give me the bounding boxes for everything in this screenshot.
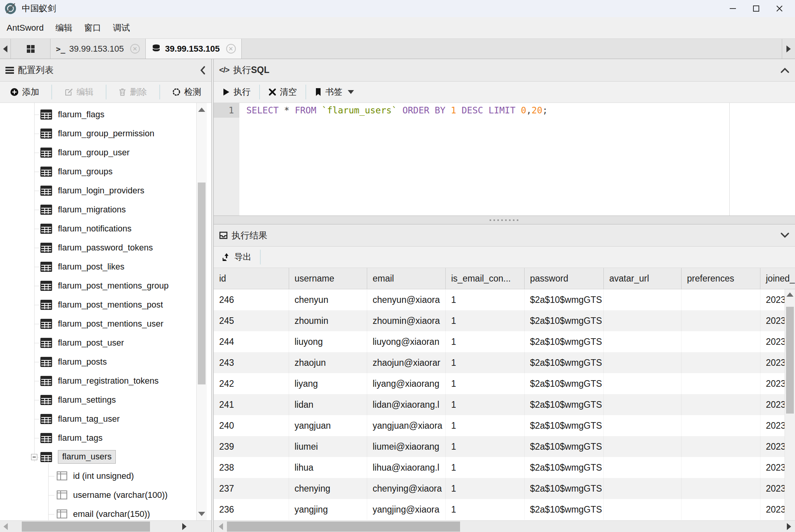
scroll-down-arrow-icon[interactable] — [197, 508, 207, 520]
tree-item-table-selected[interactable]: flarum_users — [0, 447, 196, 466]
tree-horizontal-scrollbar[interactable] — [0, 520, 211, 532]
table-icon — [40, 167, 52, 177]
tree-item-column[interactable]: email (varchar(150)) — [0, 504, 196, 520]
result-column-header[interactable]: username — [289, 268, 367, 289]
tree-item-table[interactable]: flarum_tags — [0, 428, 196, 447]
run-button[interactable]: 执行 — [214, 82, 259, 103]
menu-window[interactable]: 窗口 — [78, 17, 107, 38]
sql-token: BY — [435, 105, 446, 115]
trash-icon — [119, 88, 126, 96]
tab-database[interactable]: 39.99.153.105 ✕ — [146, 39, 242, 59]
table-row[interactable]: 243zhaojunzhaojun@xiaorar1$2a$10$wmgGTS2… — [214, 352, 795, 373]
result-column-header[interactable]: id — [214, 268, 289, 289]
sql-editor[interactable]: 1 SELECT * FROM `flarum_users` ORDER BY … — [214, 103, 795, 216]
table-icon — [40, 243, 52, 253]
delete-button[interactable]: 删除 — [110, 82, 155, 103]
tree-item-table[interactable]: flarum_post_user — [0, 333, 196, 352]
result-column-header[interactable]: email — [367, 268, 446, 289]
menubar: AntSword 编辑 窗口 调试 — [0, 17, 795, 39]
collapse-left-icon[interactable] — [200, 66, 206, 75]
panel-splitter-horizontal[interactable] — [214, 216, 795, 224]
editor-code-area[interactable]: SELECT * FROM `flarum_users` ORDER BY 1 … — [239, 103, 795, 216]
tree-item-table[interactable]: flarum_password_tokens — [0, 238, 196, 257]
tree-item-table[interactable]: flarum_post_mentions_user — [0, 314, 196, 333]
tree-item-column[interactable]: username (varchar(100)) — [0, 485, 196, 504]
config-toolbar: 添加 编辑 删除 检测 — [0, 82, 211, 103]
table-row[interactable]: 237chenyingchenying@xiaora1$2a$10$wmgGTS… — [214, 478, 795, 499]
menu-edit[interactable]: 编辑 — [49, 17, 78, 38]
play-icon — [222, 88, 230, 96]
tree-item-table[interactable]: flarum_migrations — [0, 200, 196, 219]
tab-terminal-label: 39.99.153.105 — [69, 44, 124, 54]
tree-item-table[interactable]: flarum_groups — [0, 162, 196, 181]
collapse-down-icon[interactable] — [780, 232, 790, 238]
check-button[interactable]: 检测 — [164, 82, 210, 103]
tree-item-column[interactable]: id (int unsigned) — [0, 466, 196, 485]
result-column-header[interactable]: preferences — [682, 268, 760, 289]
table-row[interactable]: 245zhouminzhoumin@xiaora1$2a$10$wmgGTS20… — [214, 310, 795, 331]
tree-item-table[interactable]: flarum_settings — [0, 390, 196, 409]
tree-item-label: flarum_posts — [58, 357, 107, 367]
table-row[interactable]: 236yangjingyangjing@xiaora1$2a$10$wmgGTS… — [214, 499, 795, 520]
dashboard-tab-button[interactable] — [11, 39, 51, 59]
scroll-right-arrow-icon[interactable] — [179, 521, 190, 532]
tree-item-table[interactable]: flarum_group_permission — [0, 124, 196, 143]
tabs-scroll-right-button[interactable] — [782, 39, 795, 59]
collapse-up-icon[interactable] — [780, 67, 790, 73]
minimize-button[interactable] — [721, 0, 744, 17]
collapse-minus-icon[interactable] — [31, 454, 37, 460]
result-column-header[interactable]: password — [525, 268, 604, 289]
scroll-left-arrow-icon[interactable] — [215, 521, 226, 532]
table-row[interactable]: 239liumeiliumei@xiaorang1$2a$10$wmgGTS20… — [214, 436, 795, 457]
result-vertical-scrollbar[interactable] — [785, 289, 795, 520]
export-button[interactable]: 导出 — [214, 247, 260, 268]
maximize-button[interactable] — [744, 0, 768, 17]
scroll-left-arrow-icon[interactable] — [0, 521, 11, 532]
tree-item-table[interactable]: flarum_registration_tokens — [0, 371, 196, 390]
tree-item-table[interactable]: flarum_notifications — [0, 219, 196, 238]
database-tree: flarum_flags flarum_group_permission fla… — [0, 103, 211, 520]
menu-debug[interactable]: 调试 — [107, 17, 136, 38]
edit-button[interactable]: 编辑 — [56, 82, 102, 103]
tree-vertical-scrollbar[interactable] — [196, 103, 207, 520]
menu-antsword[interactable]: AntSword — [1, 17, 49, 38]
tree-item-table[interactable]: flarum_login_providers — [0, 181, 196, 200]
tree-item-table[interactable]: flarum_posts — [0, 352, 196, 371]
scroll-up-arrow-icon[interactable] — [785, 292, 795, 297]
table-row[interactable]: 242liyangliyang@xiaorang1$2a$10$wmgGTS20… — [214, 373, 795, 394]
sql-token — [456, 105, 462, 115]
close-button[interactable] — [768, 0, 791, 17]
tab-database-close-icon[interactable]: ✕ — [226, 44, 236, 54]
result-scrollbar-thumb[interactable] — [786, 307, 794, 414]
result-column-header[interactable]: avatar_url — [604, 268, 682, 289]
tree-item-label: flarum_groups — [58, 167, 113, 177]
tree-scrollbar-thumb[interactable] — [198, 183, 206, 384]
tab-terminal[interactable]: >_ 39.99.153.105 ✕ — [51, 39, 146, 59]
result-horizontal-scrollbar[interactable] — [214, 520, 795, 532]
result-column-header[interactable]: joined_ — [760, 268, 795, 289]
clear-button[interactable]: 清空 — [260, 82, 305, 103]
result-column-header[interactable]: is_email_con... — [446, 268, 525, 289]
table-row[interactable]: 238lihualihua@xiaorang.l1$2a$10$wmgGTS20… — [214, 457, 795, 478]
tree-item-table[interactable]: flarum_post_mentions_group — [0, 276, 196, 295]
tree-item-table[interactable]: flarum_post_mentions_post — [0, 295, 196, 314]
bookmark-button[interactable]: 书签 — [306, 82, 363, 103]
scroll-right-arrow-icon[interactable] — [783, 521, 794, 532]
tree-item-table[interactable]: flarum_group_user — [0, 143, 196, 162]
grid-icon — [26, 44, 35, 54]
sql-token: 0 — [521, 105, 526, 115]
scroll-up-arrow-icon[interactable] — [197, 104, 207, 115]
table-row[interactable]: 244liuyongliuyong@xiaoran1$2a$10$wmgGTS2… — [214, 331, 795, 352]
add-button[interactable]: 添加 — [2, 82, 48, 103]
tree-item-table[interactable]: flarum_post_likes — [0, 257, 196, 276]
table-row[interactable]: 246chenyunchenyun@xiaora1$2a$10$wmgGTS20… — [214, 289, 795, 310]
tree-hscrollbar-thumb[interactable] — [22, 522, 150, 532]
config-list-title: 配置列表 — [18, 64, 54, 76]
tabs-scroll-left-button[interactable] — [0, 39, 11, 59]
table-row[interactable]: 241lidanlidan@xiaorang.l1$2a$10$wmgGTS20… — [214, 394, 795, 415]
tab-terminal-close-icon[interactable]: ✕ — [130, 44, 140, 54]
tree-item-table[interactable]: flarum_flags — [0, 105, 196, 124]
result-hscrollbar-thumb[interactable] — [227, 522, 460, 532]
table-row[interactable]: 240yangjuanyangjuan@xiaora1$2a$10$wmgGTS… — [214, 415, 795, 436]
tree-item-table[interactable]: flarum_tag_user — [0, 409, 196, 428]
